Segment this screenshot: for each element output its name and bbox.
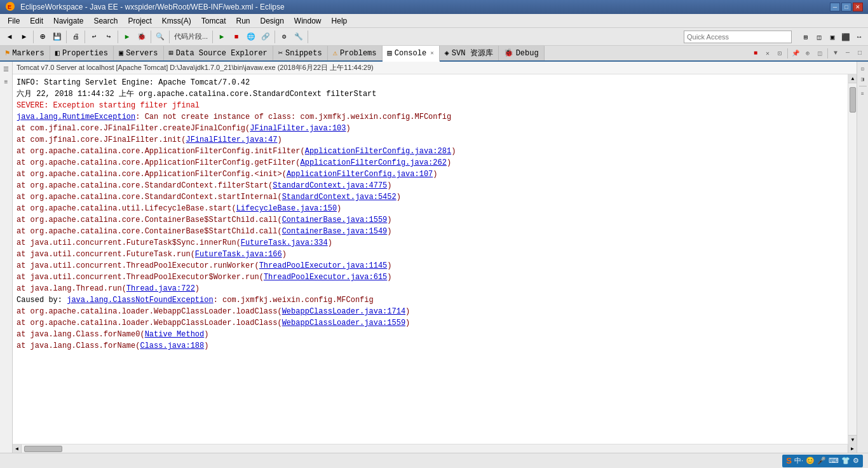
menu-file[interactable]: File	[3, 15, 25, 27]
console-path-text: Tomcat v7.0 Server at localhost [Apache …	[17, 63, 374, 72]
run-ext-button[interactable]: ▶	[215, 30, 229, 44]
tab-svn-label: SVN 资源库	[452, 48, 493, 59]
menu-design[interactable]: Design	[255, 15, 289, 27]
console-path-header: Tomcat v7.0 Server at localhost [Apache …	[13, 62, 857, 74]
console-line-15: at java.util.concurrent.FutureTask$Sync.…	[17, 237, 844, 249]
servers-icon: ▣	[119, 48, 123, 58]
keyboard-icon[interactable]: ⌨	[829, 457, 839, 465]
maximize-button[interactable]: □	[841, 3, 851, 11]
console-line-16: at java.util.concurrent.FutureTask.run(F…	[17, 249, 844, 260]
sep3	[85, 31, 85, 43]
input-method-label[interactable]: 中·	[794, 456, 803, 465]
scroll-down-arrow[interactable]: ▼	[848, 435, 857, 444]
view-menu-btn[interactable]: ▼	[830, 48, 841, 59]
minimize-button[interactable]: ─	[830, 3, 840, 11]
tab-datasource[interactable]: ⊞ Data Source Explorer	[164, 46, 273, 60]
menu-navigate[interactable]: Navigate	[48, 15, 88, 27]
tab-snippets[interactable]: ✂ Snippets	[273, 46, 328, 60]
new-button[interactable]: ⊕	[36, 30, 50, 44]
open-console-btn[interactable]: ⊕	[802, 48, 813, 59]
forward-button[interactable]: ▶	[17, 30, 31, 44]
stop-button[interactable]: ■	[229, 30, 243, 44]
persp-btn5[interactable]: ↔	[853, 31, 865, 43]
minimize-panel-btn[interactable]: ─	[842, 48, 853, 59]
code-snippet-label: 代码片段...	[172, 32, 210, 41]
scroll-up-arrow[interactable]: ▲	[848, 74, 857, 83]
persp-btn4[interactable]: ⬛	[839, 31, 852, 43]
emoji-icon[interactable]: 😊	[806, 457, 815, 465]
sidebar-icon1[interactable]: ☰	[1, 64, 11, 74]
scroll-thumb[interactable]	[850, 87, 856, 113]
open-browser[interactable]: 🌐	[244, 30, 258, 44]
search-button[interactable]: 🔍	[153, 30, 167, 44]
pin-console-btn[interactable]: 📌	[790, 48, 801, 59]
console-line-24: at java.lang.Class.forName(Class.java:18…	[17, 340, 844, 352]
sidebar-icon2[interactable]: ≡	[1, 77, 11, 87]
persp-btn3[interactable]: ▣	[826, 31, 839, 43]
settings-icon[interactable]: ⚙	[853, 457, 859, 465]
undo-button[interactable]: ↩	[87, 30, 101, 44]
tab-markers-label: Markers	[12, 49, 44, 58]
menu-search[interactable]: Search	[88, 15, 123, 27]
menu-edit[interactable]: Edit	[25, 15, 48, 27]
tab-properties[interactable]: ◧ Properties	[50, 46, 114, 60]
menu-kmss[interactable]: Kmss(A)	[157, 15, 196, 27]
menu-help[interactable]: Help	[327, 15, 353, 27]
tab-markers[interactable]: ⚑ Markers	[0, 46, 50, 60]
tab-servers[interactable]: ▣ Servers	[114, 46, 164, 60]
persp-btn1[interactable]: ⊞	[799, 31, 812, 43]
status-content: S 中· 😊 🎤 ⌨ 👕 ⚙	[782, 455, 863, 467]
rs-icon1[interactable]: ⊡	[858, 64, 867, 73]
h-scroll-thumb[interactable]	[24, 446, 62, 452]
menu-window[interactable]: Window	[289, 15, 327, 27]
vertical-scrollbar[interactable]: ▲ ▼	[848, 74, 857, 444]
remove-all-btn[interactable]: ✕	[762, 48, 773, 59]
tab-console[interactable]: ▤ Console ✕	[383, 46, 440, 62]
link-button[interactable]: 🔗	[259, 30, 273, 44]
tab-problems[interactable]: ⚠ Problems	[328, 46, 383, 60]
console-line-18: at java.util.concurrent.ThreadPoolExecut…	[17, 272, 844, 283]
tab-svn[interactable]: ◈ SVN 资源库	[440, 46, 499, 60]
tab-debug[interactable]: 🐞 Debug	[499, 46, 545, 60]
save-button[interactable]: 💾	[50, 30, 64, 44]
tabbar-row: ⚑ Markers ◧ Properties ▣ Servers ⊞ Data …	[0, 46, 868, 62]
debug-button[interactable]: 🐞	[135, 30, 149, 44]
extra-btn2[interactable]: 🔧	[292, 30, 306, 44]
console-line-13: at org.apache.catalina.core.ContainerBas…	[17, 214, 844, 226]
persp-btn2[interactable]: ◫	[813, 31, 825, 43]
scroll-lock-btn[interactable]: ⊡	[774, 48, 785, 59]
back-button[interactable]: ◀	[3, 30, 17, 44]
menu-run[interactable]: Run	[231, 15, 255, 27]
horizontal-scrollbar[interactable]: ◀ ▶	[13, 444, 857, 453]
tab-console-label: Console	[395, 49, 426, 58]
sep1	[33, 31, 34, 43]
menubar: File Edit Navigate Search Project Kmss(A…	[0, 14, 868, 28]
console-panel: Tomcat v7.0 Server at localhost [Apache …	[13, 62, 857, 453]
stop-console-btn[interactable]: ■	[750, 48, 761, 59]
menu-tomcat[interactable]: Tomcat	[196, 15, 231, 27]
h-scroll-left[interactable]: ◀	[13, 444, 22, 453]
tab-debug-label: Debug	[516, 49, 539, 58]
run-button[interactable]: ▶	[120, 30, 134, 44]
console-output[interactable]: INFO: Starting Servlet Engine: Apache To…	[13, 74, 848, 444]
input-method-bar: S 中· 😊 🎤 ⌨ 👕 ⚙	[782, 455, 863, 467]
close-button[interactable]: ✕	[853, 3, 863, 11]
mic-icon[interactable]: 🎤	[817, 457, 826, 465]
sep-ca2	[827, 48, 828, 59]
snippets-icon: ✂	[278, 48, 283, 58]
rs-icon3[interactable]: ≡	[858, 89, 867, 98]
h-scroll-right[interactable]: ▶	[848, 444, 857, 453]
console-close-icon[interactable]: ✕	[430, 50, 433, 57]
redo-button[interactable]: ↪	[102, 30, 116, 44]
shirt-icon[interactable]: 👕	[841, 457, 850, 465]
menu-project[interactable]: Project	[123, 15, 156, 27]
statusbar: S 中· 😊 🎤 ⌨ 👕 ⚙	[0, 453, 868, 468]
maximize-panel-btn[interactable]: □	[854, 48, 865, 59]
tab-servers-label: Servers	[126, 49, 158, 58]
console-line-19: at java.lang.Thread.run(Thread.java:722)	[17, 283, 844, 294]
display-selected-btn[interactable]: ◫	[814, 48, 825, 59]
extra-btn1[interactable]: ⚙	[277, 30, 291, 44]
print-button[interactable]: 🖨	[69, 30, 83, 44]
rs-icon2[interactable]: ◨	[858, 74, 867, 83]
quick-access-input[interactable]	[684, 31, 792, 43]
